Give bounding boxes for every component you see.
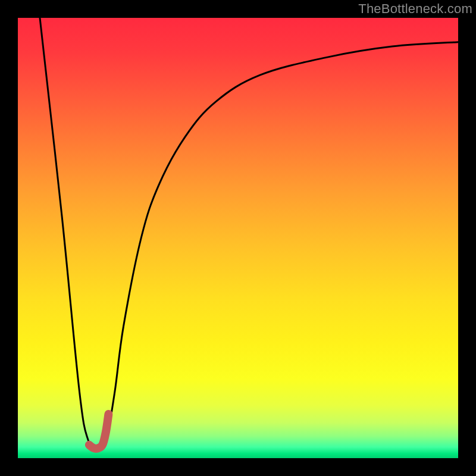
optimal-range-marker xyxy=(89,414,109,449)
watermark-text: TheBottleneck.com xyxy=(358,1,472,17)
curve-svg xyxy=(18,18,458,458)
chart-frame: TheBottleneck.com xyxy=(0,0,476,476)
bottleneck-curve-path xyxy=(40,18,458,449)
plot-area xyxy=(18,18,458,458)
